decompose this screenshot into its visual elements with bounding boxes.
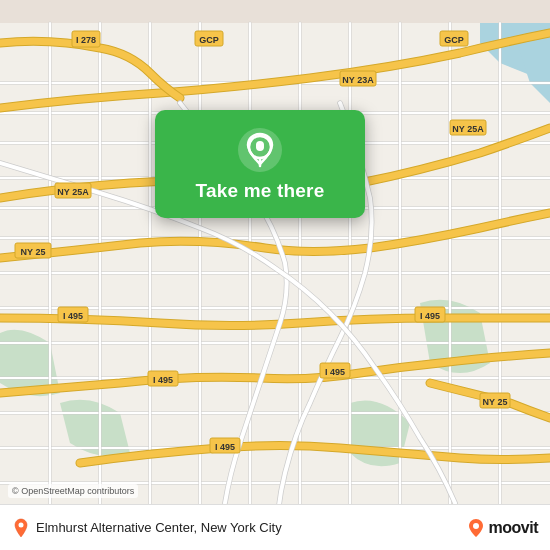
moovit-pin-icon [465,517,487,539]
bottom-bar-location-icon [12,518,30,538]
take-me-label: Take me there [196,180,325,202]
svg-text:I 495: I 495 [215,442,235,452]
svg-text:NY 25: NY 25 [483,397,508,407]
osm-attribution: © OpenStreetMap contributors [8,484,138,498]
moovit-text: moovit [489,519,538,537]
svg-text:NY 25A: NY 25A [452,124,484,134]
map-pin-icon [238,128,282,172]
map-container: I 278 NY 25A NY 23A GCP GCP NY 25A NY 25… [0,0,550,550]
svg-point-76 [256,141,264,149]
take-me-card[interactable]: Take me there [155,110,365,218]
svg-point-77 [19,522,24,527]
svg-text:I 495: I 495 [420,311,440,321]
svg-text:NY 23A: NY 23A [342,75,374,85]
svg-text:I 495: I 495 [325,367,345,377]
svg-text:I 278: I 278 [76,35,96,45]
svg-text:NY 25: NY 25 [21,247,46,257]
attribution-text: © OpenStreetMap contributors [12,486,134,496]
moovit-logo: moovit [465,517,538,539]
svg-text:GCP: GCP [199,35,219,45]
location-name-text: Elmhurst Alternative Center, New York Ci… [36,520,465,535]
map-svg: I 278 NY 25A NY 23A GCP GCP NY 25A NY 25… [0,0,550,550]
svg-text:I 495: I 495 [153,375,173,385]
bottom-bar: Elmhurst Alternative Center, New York Ci… [0,504,550,550]
svg-point-78 [473,523,479,529]
svg-text:GCP: GCP [444,35,464,45]
svg-text:I 495: I 495 [63,311,83,321]
svg-text:NY 25A: NY 25A [57,187,89,197]
